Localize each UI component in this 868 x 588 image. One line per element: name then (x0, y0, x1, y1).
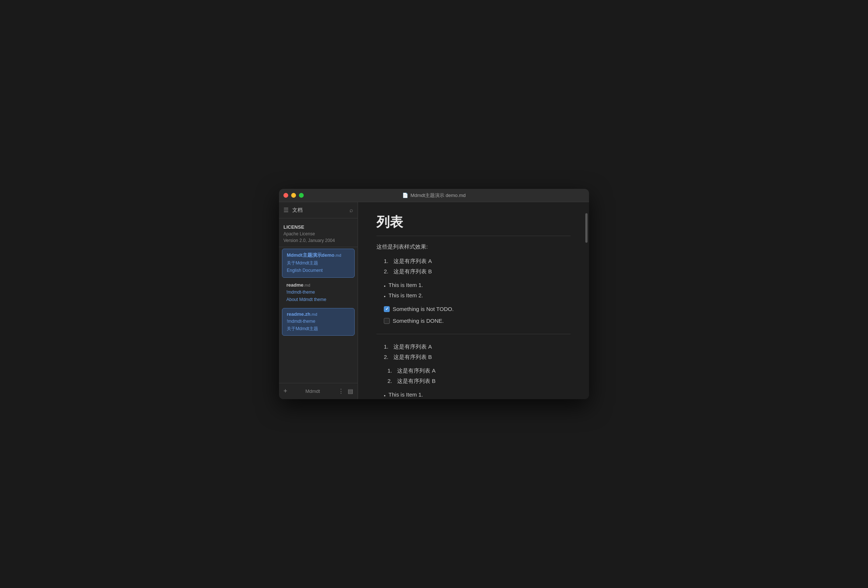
scrollbar-track (585, 209, 588, 392)
section-divider-1 (376, 334, 571, 334)
sidebar-ext: .md (334, 253, 341, 258)
sidebar-ext-readme: .md (303, 283, 310, 287)
sidebar-item-filename-readmezh: readme.zh.md (287, 311, 350, 317)
sidebar-header-left: ☰ 文档 (283, 206, 303, 214)
list-item: 1.这是有序列表 A (384, 256, 571, 267)
search-icon[interactable]: ⌕ (350, 207, 353, 214)
sidebar-link-readmezh-1[interactable]: 关于Mdmdt主题 (287, 325, 350, 332)
sidebar-filename-readmezh: readme.zh (287, 311, 310, 317)
scrollbar-thumb[interactable] (585, 213, 588, 243)
checkbox-checked-item: Something is Not TODO. (384, 304, 571, 315)
main-content: ☰ 文档 ⌕ LICENSE Apache License Version 2.… (279, 202, 589, 399)
section2-ordered-list: 1.这是有序列表 A 2.这是有序列表 B (384, 342, 571, 363)
list-item: 2.这是有序列表 B (388, 376, 571, 387)
checkbox-unchecked-item: Something is DONE. (384, 316, 571, 326)
maximize-button[interactable] (299, 193, 304, 198)
list-item: 1.这是有序列表 A (384, 342, 571, 352)
titlebar-text: Mdmdt主题演示 demo.md (410, 192, 466, 199)
list-item: 2.这是有序列表 B (384, 266, 571, 277)
file-icon: 📄 (402, 193, 408, 198)
checkbox-unchecked-icon[interactable] (384, 318, 390, 324)
page-title: 列表 (376, 213, 571, 236)
intro-text: 这些是列表样式效果: (376, 242, 571, 252)
checkbox-unchecked-label: Something is DONE. (393, 316, 444, 326)
section1-unordered-list: ●This is Item 1. ●This is Item 2. (384, 280, 571, 301)
titlebar-title: 📄 Mdmdt主题演示 demo.md (402, 192, 466, 199)
footer-icons: ⋮ ▤ (338, 388, 353, 395)
sidebar-list: LICENSE Apache License Version 2.0, Janu… (279, 218, 357, 383)
sidebar-title: 文档 (292, 207, 303, 214)
traffic-lights (283, 193, 304, 198)
sidebar-link-1[interactable]: English Document (287, 267, 350, 274)
sidebar: ☰ 文档 ⌕ LICENSE Apache License Version 2.… (279, 202, 358, 399)
list-item: 1.这是有序列表 A (388, 365, 571, 376)
more-icon[interactable]: ⋮ (338, 388, 344, 395)
sidebar-filename-readme: readme (286, 282, 303, 288)
sidebar-header: ☰ 文档 ⌕ (279, 202, 357, 218)
sidebar-link-0[interactable]: 关于Mdmdt主题 (287, 259, 350, 267)
group-title: LICENSE (283, 224, 353, 230)
sidebar-item-readme-zh[interactable]: readme.zh.md !mdmdt-theme 关于Mdmdt主题 (282, 308, 355, 336)
sidebar-footer: + Mdmdt ⋮ ▤ (279, 383, 357, 399)
sidebar-item-filename: Mdmdt主题演示demo.md (287, 252, 350, 259)
group-sub-line2: Version 2.0, January 2004 (283, 237, 353, 244)
menu-icon[interactable]: ☰ (283, 206, 289, 214)
close-button[interactable] (283, 193, 288, 198)
section2-nested-ordered: 1.这是有序列表 A 2.这是有序列表 B (388, 365, 571, 387)
sidebar-group-license: LICENSE Apache License Version 2.0, Janu… (279, 221, 357, 247)
sidebar-link-readme-1[interactable]: About Mdmdt theme (286, 296, 350, 303)
sidebar-filename-text: Mdmdt主题演示demo (287, 252, 334, 258)
layout-icon[interactable]: ▤ (348, 388, 353, 395)
group-sub: Apache License Version 2.0, January 2004 (283, 231, 353, 244)
titlebar: 📄 Mdmdt主题演示 demo.md (279, 189, 589, 202)
list-item: ●This is Item 2. (384, 290, 571, 301)
sidebar-item-filename-readme: readme.md (286, 282, 350, 288)
list-item: ●This is Item 1. (384, 389, 571, 399)
sidebar-ext-readmezh: .md (310, 312, 317, 317)
list-item: ●This is Item 1. (384, 280, 571, 291)
sidebar-link-readme-0[interactable]: !mdmdt-theme (286, 289, 350, 296)
list-item: 2.这是有序列表 B (384, 352, 571, 363)
group-sub-line1: Apache License (283, 231, 353, 237)
section2-unordered-list: ●This is Item 1. ●This is Item 2. (384, 389, 571, 399)
footer-label: Mdmdt (305, 388, 320, 394)
sidebar-item-readme[interactable]: readme.md !mdmdt-theme About Mdmdt theme (282, 279, 355, 307)
app-window: 📄 Mdmdt主题演示 demo.md ☰ 文档 ⌕ LICENSE Apach… (279, 189, 589, 399)
sidebar-link-readmezh-0[interactable]: !mdmdt-theme (287, 318, 350, 325)
checkbox-checked-label: Something is Not TODO. (393, 304, 453, 315)
add-button[interactable]: + (283, 387, 288, 395)
sidebar-item-mdmdt-demo[interactable]: Mdmdt主题演示demo.md 关于Mdmdt主题 English Docum… (282, 249, 355, 278)
checkbox-checked-icon[interactable] (384, 306, 390, 312)
minimize-button[interactable] (291, 193, 296, 198)
section1-ordered-list: 1.这是有序列表 A 2.这是有序列表 B (384, 256, 571, 277)
content-area: 列表 这些是列表样式效果: 1.这是有序列表 A 2.这是有序列表 B ●Thi… (358, 202, 589, 399)
